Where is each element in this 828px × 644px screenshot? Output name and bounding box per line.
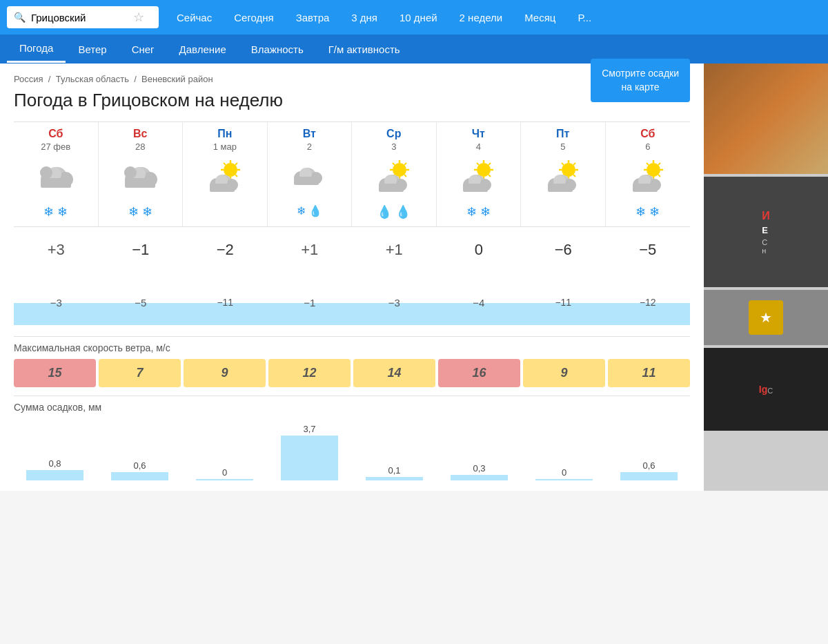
svg-point-5 bbox=[40, 166, 52, 179]
nav-10days[interactable]: 10 дней bbox=[388, 2, 448, 33]
temp-col-2: −2 −11 bbox=[183, 241, 268, 314]
svg-rect-10 bbox=[125, 178, 155, 188]
temp-high-2: −2 bbox=[186, 241, 265, 259]
nav-2weeks[interactable]: 2 недели bbox=[448, 2, 514, 33]
precip-icon-1: ❄ ❄ bbox=[101, 204, 180, 219]
weather-icon-1 bbox=[119, 157, 161, 199]
svg-line-20 bbox=[235, 163, 237, 165]
temp-high-7: −5 bbox=[609, 241, 688, 259]
temp-mid-4: −3 bbox=[355, 297, 434, 309]
nav-3days[interactable]: 3 дня bbox=[340, 2, 388, 33]
svg-line-81 bbox=[658, 163, 660, 165]
precip-col-2: 0 bbox=[184, 418, 266, 480]
secondary-navigation: Погода Ветер Снег Давление Влажность Г/м… bbox=[0, 35, 828, 64]
sec-vlazhnost[interactable]: Влажность bbox=[239, 37, 316, 62]
weather-icon-5 bbox=[457, 157, 499, 199]
main-content: Россия / Тульская область / Веневский ра… bbox=[0, 64, 828, 491]
nav-more[interactable]: Р... bbox=[566, 2, 602, 33]
temp-mid-0: −3 bbox=[17, 297, 96, 309]
day-name-5: Чт bbox=[440, 128, 518, 140]
content-area: Россия / Тульская область / Веневский ра… bbox=[0, 64, 704, 491]
precip-bar-1 bbox=[111, 472, 168, 480]
precip-bar-6 bbox=[535, 479, 593, 480]
nav-seychas[interactable]: Сейчас bbox=[166, 2, 223, 33]
wind-cell-1: 7 bbox=[99, 359, 181, 387]
nav-zavtra[interactable]: Завтра bbox=[285, 2, 341, 33]
sec-sneg[interactable]: Снег bbox=[119, 37, 167, 62]
day-name-4: Ср bbox=[355, 128, 433, 140]
temp-high-1: −1 bbox=[101, 241, 181, 259]
precip-bar-3 bbox=[281, 436, 338, 480]
precip-icon-6 bbox=[524, 204, 602, 221]
day-col-6[interactable]: Пт 5 bbox=[521, 122, 606, 226]
wind-cell-2: 9 bbox=[184, 359, 266, 387]
sec-gm[interactable]: Г/м активность bbox=[316, 37, 413, 62]
day-col-5[interactable]: Чт 4 ❄ ❄ bbox=[437, 122, 522, 226]
map-button[interactable]: Смотрите осадкина карте bbox=[591, 59, 690, 102]
ad-block-2: И Е Сн bbox=[704, 177, 828, 287]
temp-mid-1: −5 bbox=[101, 297, 181, 309]
breadcrumb-russia[interactable]: Россия bbox=[14, 74, 43, 84]
precip-bar-0 bbox=[26, 470, 83, 480]
temp-col-0: +3 −3 bbox=[14, 241, 99, 314]
svg-rect-25 bbox=[210, 184, 235, 192]
precip-col-0: 0,8 bbox=[14, 418, 96, 480]
favorite-icon[interactable]: ☆ bbox=[133, 10, 144, 25]
precip-col-4: 0,1 bbox=[353, 418, 435, 480]
nav-segodnya[interactable]: Сегодня bbox=[223, 2, 285, 33]
day-date-3: 2 bbox=[270, 142, 349, 152]
breadcrumb-region[interactable]: Тульская область bbox=[56, 74, 129, 84]
day-name-3: Вт bbox=[270, 128, 349, 140]
ad-block-3: ★ bbox=[704, 290, 828, 345]
precip-icon-3: ❄ 💧 bbox=[270, 204, 349, 217]
breadcrumb-district[interactable]: Веневский район bbox=[141, 74, 213, 84]
svg-rect-4 bbox=[41, 178, 71, 188]
wind-cell-6: 9 bbox=[523, 359, 605, 387]
nav-month[interactable]: Месяц bbox=[513, 2, 566, 33]
precip-value-2: 0 bbox=[222, 467, 227, 478]
breadcrumb: Россия / Тульская область / Веневский ра… bbox=[14, 74, 690, 84]
svg-line-37 bbox=[404, 175, 406, 177]
day-name-1: Вс bbox=[101, 128, 180, 140]
title-row: Смотрите осадкина карте Погода в Грицовс… bbox=[14, 90, 690, 121]
map-btn-container: Смотрите осадкина карте bbox=[591, 59, 690, 102]
search-input[interactable] bbox=[31, 12, 128, 23]
day-col-1[interactable]: Вс 28 ❄ ❄ bbox=[99, 122, 184, 226]
svg-line-65 bbox=[573, 175, 575, 177]
day-date-4: 3 bbox=[355, 142, 433, 152]
svg-line-36 bbox=[393, 163, 395, 165]
svg-rect-72 bbox=[548, 184, 573, 192]
sec-pogoda[interactable]: Погода bbox=[7, 35, 66, 63]
precip-value-6: 0 bbox=[562, 467, 566, 478]
svg-line-39 bbox=[404, 163, 406, 165]
precip-grid: 0,80,603,70,10,300,6 bbox=[14, 418, 690, 480]
precip-col-7: 0,6 bbox=[608, 418, 690, 480]
day-col-2[interactable]: Пн 1 мар bbox=[183, 122, 268, 226]
precip-icon-2 bbox=[186, 204, 264, 221]
search-box[interactable]: 🔍 ☆ bbox=[7, 6, 159, 28]
nav-links: Сейчас Сегодня Завтра 3 дня 10 дней 2 не… bbox=[166, 2, 602, 33]
sec-veter[interactable]: Ветер bbox=[66, 37, 119, 62]
svg-rect-30 bbox=[294, 177, 319, 185]
weather-grid: Сб 27 фев ❄ ❄ Вс 28 ❄ ❄ Пн 1 мар bbox=[14, 121, 690, 226]
temp-high-4: +1 bbox=[355, 241, 434, 259]
svg-rect-86 bbox=[633, 184, 658, 192]
day-col-3[interactable]: Вт 2 ❄ 💧 bbox=[268, 122, 353, 226]
temp-mid-5: −4 bbox=[440, 297, 519, 309]
precip-icon-4: 💧 💧 bbox=[355, 204, 433, 219]
temp-mid-3: −1 bbox=[270, 297, 350, 309]
day-name-2: Пн bbox=[186, 128, 264, 140]
temp-col-6: −6 −11 bbox=[521, 241, 606, 314]
weather-icon-7 bbox=[627, 157, 669, 199]
day-date-6: 5 bbox=[524, 142, 602, 152]
precip-col-1: 0,6 bbox=[99, 418, 181, 480]
wind-label: Максимальная скорость ветра, м/с bbox=[14, 336, 690, 353]
day-col-0[interactable]: Сб 27 фев ❄ ❄ bbox=[14, 122, 99, 226]
temp-col-5: 0 −4 bbox=[437, 241, 522, 314]
wind-grid: 1579121416911 bbox=[14, 359, 690, 387]
day-col-7[interactable]: Сб 6 ❄ ❄ bbox=[606, 122, 691, 226]
sec-davlenie[interactable]: Давление bbox=[167, 37, 239, 62]
precip-label: Сумма осадков, мм bbox=[14, 396, 690, 413]
day-col-4[interactable]: Ср 3 💧 💧 bbox=[352, 122, 437, 226]
precip-col-5: 0,3 bbox=[438, 418, 520, 480]
